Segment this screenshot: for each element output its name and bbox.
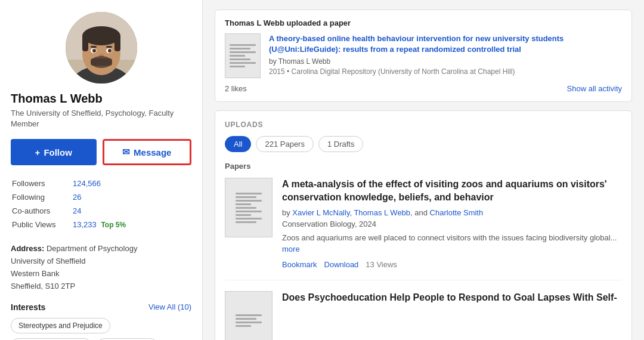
- coauthors-label: Co-authors: [12, 205, 72, 217]
- paper-journal-1: Conservation Biology, 2024: [282, 220, 622, 228]
- coauthors-value[interactable]: 24: [73, 205, 190, 217]
- abstract-text-1: Zoos and aquariums are well placed to co…: [282, 233, 617, 242]
- top-badge: Top 5%: [101, 221, 126, 229]
- interests-header: Interests View All (10): [11, 302, 191, 312]
- right-panel: Thomas L Webb uploaded a paper A theory-…: [203, 0, 644, 340]
- coauthors-row: Co-authors 24: [12, 205, 190, 217]
- thumb-lines: [236, 193, 262, 223]
- address-line4: Sheffield, S10 2TP: [11, 282, 75, 290]
- svg-rect-16: [91, 58, 112, 66]
- thumb-line: [236, 214, 251, 216]
- thumb-line: [236, 193, 262, 194]
- svg-point-11: [108, 49, 112, 52]
- author-link-3[interactable]: Charlotte Smith: [430, 208, 484, 217]
- show-all-activity-link[interactable]: Show all activity: [567, 84, 622, 93]
- paper-thumb-activity: [225, 33, 261, 78]
- thumb-line: [230, 44, 256, 46]
- author-link-2[interactable]: Thomas L Webb: [354, 208, 410, 217]
- followers-value[interactable]: 124,566: [73, 177, 190, 190]
- thumb-line: [236, 203, 251, 205]
- thumb-line: [230, 66, 245, 67]
- paper-row-2: Does Psychoeducation Help People to Resp…: [225, 291, 622, 340]
- svg-rect-12: [91, 46, 97, 48]
- tags-container: Stereotypes and PrejudiceThe Ostrich Pro…: [11, 318, 191, 340]
- paper-row-content-2: Does Psychoeducation Help People to Resp…: [282, 291, 622, 340]
- tab-bar: All221 Papers1 Drafts: [225, 136, 622, 152]
- upload-tab[interactable]: 1 Drafts: [318, 136, 364, 152]
- author-link-1[interactable]: Xavier L McNally: [292, 208, 349, 217]
- thumb-line: [236, 314, 262, 316]
- thumb-line: [236, 322, 262, 323]
- paper-author-activity: by Thomas L Webb: [269, 57, 622, 66]
- thumb-line: [230, 48, 250, 50]
- message-label: Message: [134, 147, 171, 157]
- address-label: Address:: [11, 244, 44, 253]
- svg-rect-6: [82, 35, 88, 51]
- activity-card: Thomas L Webb uploaded a paper A theory-…: [215, 10, 632, 102]
- uploads-section: UPLOADS All221 Papers1 Drafts Papers: [215, 110, 632, 340]
- thumb-line: [230, 55, 245, 57]
- upload-tab[interactable]: 221 Papers: [256, 136, 314, 152]
- stats-table: Followers 124,566 Following 26 Co-author…: [11, 176, 191, 232]
- thumb-line: [236, 196, 256, 198]
- profile-name: Thomas L Webb: [11, 92, 191, 106]
- thumb-lines: [236, 314, 262, 327]
- address-line3: Western Bank: [11, 269, 59, 278]
- views-count-1: 13 Views: [366, 260, 397, 269]
- message-icon: ✉: [122, 147, 130, 157]
- thumb-line: [236, 200, 262, 202]
- paper-abstract-1: Zoos and aquariums are well placed to co…: [282, 232, 622, 255]
- paper-title-1[interactable]: A meta-analysis of the effect of visitin…: [282, 178, 622, 205]
- paper-actions-1: Bookmark Download 13 Views: [282, 260, 622, 269]
- bookmark-link-1[interactable]: Bookmark: [282, 260, 317, 269]
- thumb-line: [230, 58, 250, 60]
- svg-point-10: [92, 49, 96, 52]
- download-link-1[interactable]: Download: [324, 260, 359, 269]
- message-button[interactable]: ✉ Message: [103, 139, 192, 165]
- avatar-container: [11, 12, 191, 84]
- view-all-link[interactable]: View All (10): [148, 302, 191, 311]
- action-buttons: + Follow ✉ Message: [11, 139, 191, 165]
- activity-header: Thomas L Webb uploaded a paper: [225, 18, 622, 27]
- following-row: Following 26: [12, 191, 190, 203]
- paper-info-activity: A theory-based online health behaviour i…: [269, 33, 622, 78]
- abstract-more-link-1[interactable]: more: [282, 245, 300, 254]
- following-label: Following: [12, 191, 72, 203]
- followers-label: Followers: [12, 177, 72, 190]
- thumb-line: [236, 218, 262, 220]
- papers-label: Papers: [225, 162, 622, 171]
- interest-tag[interactable]: Self-regulation: [97, 338, 158, 340]
- paper-authors-1: by Xavier L McNally, Thomas L Webb, and …: [282, 208, 622, 217]
- paper-thumb-1: [225, 178, 273, 237]
- interest-tag[interactable]: The Ostrich Problem: [11, 338, 92, 340]
- paper-thumb-2: [225, 291, 273, 340]
- paper-title-activity[interactable]: A theory-based online health behaviour i…: [269, 33, 622, 55]
- interests-title: Interests: [11, 302, 45, 312]
- follow-button[interactable]: + Follow: [11, 139, 97, 165]
- paper-title-2[interactable]: Does Psychoeducation Help People to Resp…: [282, 291, 622, 304]
- address-block: Address: Department of Psychology Univer…: [11, 243, 191, 292]
- paper-meta-activity: 2015 • Carolina Digital Repository (Univ…: [269, 67, 622, 76]
- profile-affiliation: The University of Sheffield, Psychology,…: [11, 108, 191, 129]
- plus-icon: +: [35, 147, 41, 157]
- public-views-number[interactable]: 13,233: [73, 220, 97, 229]
- thumb-line: [236, 207, 256, 209]
- avatar: [66, 12, 137, 84]
- public-views-row: Public Views 13,233 Top 5%: [12, 218, 190, 231]
- thumb-line: [230, 51, 256, 53]
- paper-row-content-1: A meta-analysis of the effect of visitin…: [282, 178, 622, 269]
- activity-footer: 2 likes Show all activity: [225, 84, 622, 93]
- address-line2: University of Sheffield: [11, 256, 86, 265]
- thumb-line: [236, 318, 256, 320]
- thumb-line: [236, 325, 251, 327]
- paper-row: A meta-analysis of the effect of visitin…: [225, 178, 622, 280]
- upload-tab[interactable]: All: [225, 136, 251, 152]
- thumb-line: [236, 211, 262, 212]
- following-value[interactable]: 26: [73, 191, 190, 203]
- follow-label: Follow: [44, 147, 72, 157]
- paper-preview: A theory-based online health behaviour i…: [225, 33, 622, 78]
- address-line1: Department of Psychology: [47, 244, 137, 253]
- left-panel: Thomas L Webb The University of Sheffiel…: [0, 0, 203, 340]
- interest-tag[interactable]: Stereotypes and Prejudice: [11, 318, 110, 333]
- svg-rect-13: [106, 46, 112, 48]
